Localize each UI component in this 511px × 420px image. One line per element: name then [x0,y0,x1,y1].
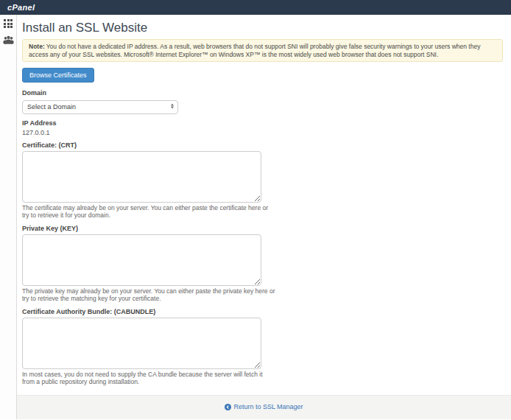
main-panel: Install an SSL Website Note:You do not h… [17,15,511,419]
sni-warning-note: Note:You do not have a dedicated IP addr… [22,39,503,62]
ca-bundle-group: Certificate Authority Bundle: (CABUNDLE)… [22,308,503,386]
apps-grid-icon[interactable] [4,19,13,28]
cpanel-logo: cPanel [7,3,35,12]
sidebar [0,15,17,419]
ip-address-value: 127.0.0.1 [22,129,503,136]
domain-label: Domain [22,89,503,97]
certificate-label: Certificate: (CRT) [22,141,503,149]
back-arrow-icon [225,404,231,410]
page-frame: Install an SSL Website Note:You do not h… [0,15,511,419]
private-key-help-text: The private key may already be on your s… [22,287,276,303]
certificate-textarea[interactable] [22,151,261,203]
certificate-help-text: The certificate may already be on your s… [22,204,276,220]
domain-group: Domain Select a Domain [22,89,503,114]
ca-bundle-label: Certificate Authority Bundle: (CABUNDLE) [22,308,503,315]
note-text: You do not have a dedicated IP address. … [29,43,480,58]
ca-bundle-textarea[interactable] [22,318,261,369]
private-key-textarea[interactable] [22,234,261,286]
ip-address-label: IP Address [22,119,503,127]
return-link-label: Return to SSL Manager [233,403,303,410]
ip-address-group: IP Address 127.0.0.1 [22,119,503,136]
page-title: Install an SSL Website [22,21,503,35]
domain-select-wrap: Select a Domain [22,99,178,114]
domain-select[interactable]: Select a Domain [22,100,178,114]
ca-bundle-help-text: In most cases, you do not need to supply… [22,371,276,386]
private-key-label: Private Key (KEY) [22,225,503,232]
user-groups-icon[interactable] [3,35,14,44]
note-label: Note: [29,43,45,50]
page-footer: Return to SSL Manager [17,395,511,419]
app-header: cPanel [0,0,511,15]
return-to-ssl-manager-link[interactable]: Return to SSL Manager [225,403,303,410]
browse-certificates-button[interactable]: Browse Certificates [22,68,94,83]
private-key-group: Private Key (KEY) The private key may al… [22,225,503,303]
certificate-group: Certificate: (CRT) The certificate may a… [22,141,503,220]
content-area: Install an SSL Website Note:You do not h… [17,15,511,395]
